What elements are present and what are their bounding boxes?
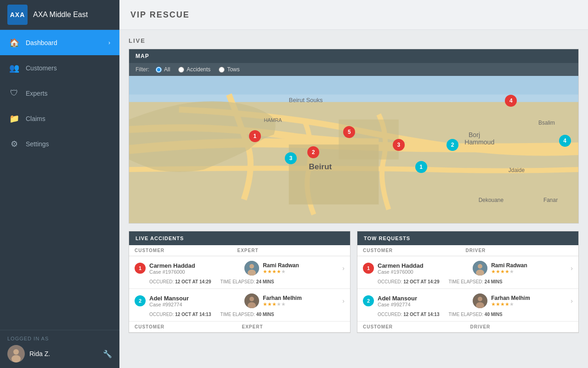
accident-meta-1: OCCURED: 12 OCT AT 14:29 TIME ELAPSED: 2… <box>129 278 350 288</box>
accidents-col-customer: CUSTOMER <box>135 248 233 253</box>
accident-expert-details-2: Farhan Melhim ★★★★★ <box>263 295 302 307</box>
accident-occurred-1: OCCURED: 12 OCT AT 14:29 <box>149 279 211 284</box>
tow-elapsed-1: TIME ELAPSED: 24 MINS <box>448 279 502 284</box>
user-row: Rida Z. 🔧 <box>7 345 112 362</box>
tow-customer-name-2: Adel Mansour <box>378 295 473 302</box>
svg-text:HAMRA: HAMRA <box>264 117 282 123</box>
page-title: VIP RESCUE <box>130 10 190 20</box>
expert-stars-2: ★★★★★ <box>263 301 302 307</box>
map-pin-2-teal[interactable]: 2 <box>447 139 458 151</box>
tow-meta-2: OCCURED: 12 OCT AT 14:13 TIME ELAPSED: 4… <box>357 311 578 321</box>
tow-number-1: 1 <box>363 263 374 274</box>
live-accidents-header: LIVE ACCIDENTS <box>129 231 350 245</box>
driver-avatar-2 <box>473 293 487 308</box>
accident-elapsed-2: TIME ELAPSED: 40 MINS <box>220 312 274 317</box>
tow-number-2: 2 <box>363 295 374 306</box>
tow-customer-2: Adel Mansour Case #992774 <box>378 295 473 307</box>
filter-accidents[interactable]: Accidents <box>178 66 210 73</box>
content-area: LIVE MAP Filter: All Accidents Tows <box>119 30 588 368</box>
accidents-col-headers: CUSTOMER EXPERT <box>129 245 350 256</box>
tow-customer-1: Carmen Haddad Case #1976000 <box>378 262 473 275</box>
accident-number-2: 2 <box>135 295 146 306</box>
accident-customer-2: Adel Mansour Case #992774 <box>149 295 244 307</box>
driver-stars-2: ★★★★★ <box>491 301 530 307</box>
expert-name-1: Rami Radwan <box>263 262 299 269</box>
svg-point-28 <box>478 297 482 301</box>
svg-text:Beirut: Beirut <box>309 162 332 171</box>
svg-point-19 <box>249 264 254 269</box>
tow-row-arrow-1[interactable]: › <box>568 264 573 272</box>
tow-requests-panel: TOW REQUESTS CUSTOMER DRIVER 1 Carmen Ha… <box>357 231 579 333</box>
chevron-right-icon: › <box>108 40 110 46</box>
svg-text:Beirut Souks: Beirut Souks <box>289 97 323 104</box>
accident-case-1: Case #1976000 <box>149 269 244 275</box>
filter-all-label: All <box>164 66 170 73</box>
app-name: AXA Middle East <box>33 11 88 19</box>
map-pin-2-red[interactable]: 2 <box>307 146 319 158</box>
sidebar-footer: LOGGED IN AS Rida Z. 🔧 <box>0 330 119 368</box>
experts-icon: 🛡 <box>9 88 19 98</box>
map-pin-3-teal[interactable]: 3 <box>285 152 297 164</box>
map-pin-4-top-right[interactable]: 4 <box>505 95 517 107</box>
map-pin-1-teal[interactable]: 1 <box>415 161 427 173</box>
wrench-icon[interactable]: 🔧 <box>103 350 112 358</box>
svg-text:Fanar: Fanar <box>543 197 558 203</box>
accident-elapsed-1: TIME ELAPSED: 24 MINS <box>220 279 274 284</box>
accident-customer-1: Carmen Haddad Case #1976000 <box>149 262 244 275</box>
accident-row-2: 2 Adel Mansour Case #992774 Farhan Melhi… <box>129 289 350 322</box>
accidents-col-customer-bottom: CUSTOMER <box>135 324 237 329</box>
sidebar-item-experts[interactable]: 🛡 Experts <box>0 80 119 106</box>
tow-col-customer-bottom: CUSTOMER <box>363 324 466 329</box>
avatar <box>7 345 25 362</box>
expert-avatar-1 <box>244 261 259 276</box>
home-icon: 🏠 <box>9 38 19 48</box>
accident-occurred-2: OCCURED: 12 OCT AT 14:13 <box>149 312 211 317</box>
user-name: Rida Z. <box>29 350 98 357</box>
map-pin-5-red[interactable]: 5 <box>343 126 355 138</box>
driver-name-1: Rami Radwan <box>491 262 527 269</box>
accident-expert-details-1: Rami Radwan ★★★★★ <box>263 262 299 275</box>
accident-main-1: 1 Carmen Haddad Case #1976000 Rami Radwa… <box>129 256 350 278</box>
sidebar-item-dashboard[interactable]: 🏠 Dashboard › <box>0 30 119 55</box>
tow-elapsed-2: TIME ELAPSED: 40 MINS <box>448 312 502 317</box>
accident-expert-2: Farhan Melhim ★★★★★ <box>244 293 339 308</box>
map-pin-1-red[interactable]: 1 <box>249 130 261 142</box>
filter-all[interactable]: All <box>156 66 170 73</box>
svg-text:Jdaide: Jdaide <box>509 167 525 173</box>
tow-meta-1: OCCURED: 12 OCT AT 14:29 TIME ELAPSED: 2… <box>357 278 578 288</box>
map-pin-4-teal-right[interactable]: 4 <box>559 135 571 147</box>
sidebar-item-customers[interactable]: 👥 Customers <box>0 55 119 80</box>
accident-main-2: 2 Adel Mansour Case #992774 Farhan Melhi… <box>129 289 350 311</box>
svg-point-25 <box>478 264 482 269</box>
svg-text:Dekouane: Dekouane <box>479 197 504 203</box>
tow-row-arrow-2[interactable]: › <box>568 297 573 305</box>
tow-col-customer: CUSTOMER <box>363 248 461 253</box>
sidebar-item-label-claims: Claims <box>26 115 110 122</box>
filter-label: Filter: <box>136 66 149 73</box>
sidebar-item-label-settings: Settings <box>26 140 110 148</box>
filter-tows-label: Tows <box>227 66 239 73</box>
tow-driver-details-2: Farhan Melhim ★★★★★ <box>491 295 530 307</box>
svg-text:Hammoud: Hammoud <box>464 138 494 146</box>
settings-icon: ⚙ <box>9 139 19 149</box>
tow-main-2: 2 Adel Mansour Case #992774 Farhan Melhi… <box>357 289 578 311</box>
filter-tows[interactable]: Tows <box>219 66 239 73</box>
tow-driver-details-1: Rami Radwan ★★★★★ <box>491 262 527 275</box>
tow-col-driver: DRIVER <box>461 248 564 253</box>
tow-row-1: 1 Carmen Haddad Case #1976000 Rami Radwa… <box>357 256 578 289</box>
sidebar-item-settings[interactable]: ⚙ Settings <box>0 131 119 156</box>
sidebar-item-claims[interactable]: 📁 Claims <box>0 106 119 131</box>
svg-point-2 <box>11 355 21 362</box>
section-label: LIVE <box>129 37 579 44</box>
customers-icon: 👥 <box>9 63 19 73</box>
map-pin-3-red[interactable]: 3 <box>393 139 405 151</box>
accidents-col-headers-bottom: CUSTOMER EXPERT <box>129 322 350 333</box>
accident-row-1: 1 Carmen Haddad Case #1976000 Rami Radwa… <box>129 256 350 289</box>
filter-accidents-label: Accidents <box>187 66 210 73</box>
accident-expert-1: Rami Radwan ★★★★★ <box>244 261 339 276</box>
tow-requests-header: TOW REQUESTS <box>357 231 578 245</box>
tow-customer-name-1: Carmen Haddad <box>378 262 473 269</box>
accident-row-arrow-2[interactable]: › <box>339 297 345 305</box>
accident-row-arrow-1[interactable]: › <box>339 264 345 272</box>
accidents-col-expert-bottom: EXPERT <box>237 324 345 329</box>
